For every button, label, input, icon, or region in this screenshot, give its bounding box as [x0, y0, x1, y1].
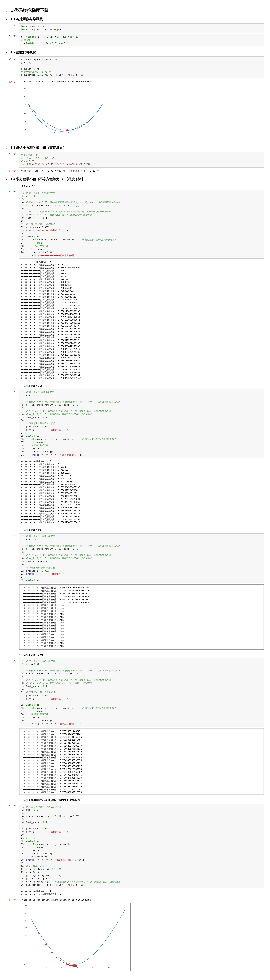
prompt-in: In [3]:: [6, 56, 19, 78]
svg-text:40: 40: [24, 87, 26, 89]
heading-1-4-2: 1.4.2 eta = 0.2: [24, 384, 42, 387]
svg-point-36: [56, 957, 58, 958]
output-text: <matplotlib.collections.PathCollection a…: [21, 80, 262, 83]
prompt-in: In [1]:: [6, 23, 19, 33]
output-text: ------------随机的x是： 8 +++++++++++++++更新之后…: [21, 460, 262, 524]
svg-text:8: 8: [81, 132, 82, 134]
prompt-out: Out[9]:: [6, 898, 19, 972]
svg-text:2: 2: [46, 967, 46, 969]
collapse-icon[interactable]: ▾: [19, 654, 22, 656]
svg-text:20: 20: [25, 920, 27, 921]
prompt-in: In [8]:: [6, 658, 19, 727]
code[interactable]: 1 # 第一个步长，也叫做学习率 2 eta = 0.01 3 4 # 正解为 …: [21, 660, 262, 725]
heading-1-4-1: 1.4.1 eta=0.1: [19, 185, 35, 188]
output-text[interactable]: +++++++++++++++更新之后的x是： 5.75556371446047…: [21, 729, 262, 795]
svg-text:4: 4: [61, 967, 62, 969]
output-text: ------------随机的x是： 6 +++++++++++++++更新之后…: [21, 261, 262, 380]
code-cell-8[interactable]: In [8]: 1 # 第一个步长，也叫做学习率 2 eta = 0.01 3 …: [6, 658, 264, 727]
svg-text:0: 0: [24, 120, 26, 122]
svg-text:25: 25: [25, 912, 27, 914]
output-cell-9b: Out[9]: <matplotlib.collections.PathColl…: [6, 898, 264, 972]
prompt-in: In [2]:: [6, 34, 19, 46]
svg-text:30: 30: [24, 95, 26, 98]
collapse-icon[interactable]: ▾: [19, 799, 22, 802]
heading-1-4-5: 1.4.5 观察eta=0.1时的梯度下降中x的变化过程: [24, 798, 80, 802]
svg-text:8: 8: [93, 967, 93, 969]
code-cell-7[interactable]: In [7]: 1 # 第一个步长，也叫做学习率 2 eta = 50 3 4 …: [6, 533, 264, 583]
svg-point-14: [66, 129, 68, 131]
output-cell-4: Out[4]: '导函数等 = 0时的 "x - 5.75 " 对应 "x = …: [6, 169, 264, 173]
output-cell-7: +++++++++++++++更新之后的x是： 2.97290257869958…: [6, 584, 264, 649]
svg-text:0: 0: [27, 132, 28, 134]
svg-text:-5: -5: [25, 956, 27, 958]
svg-text:12: 12: [124, 967, 126, 969]
svg-text:20: 20: [24, 104, 26, 106]
code-cell-1[interactable]: In [1]: import numpy as np import matplo…: [6, 23, 264, 33]
code-cell-2[interactable]: In [2]: f = lambda x : (x - 3.5) ** 2 - …: [6, 34, 264, 46]
svg-point-39: [66, 963, 67, 964]
plot-2: 024681012 -10-5051015202530: [21, 903, 131, 971]
plot-1: 0246810 -10010203040: [21, 84, 107, 141]
svg-text:2: 2: [41, 132, 42, 134]
collapse-icon[interactable]: ▾: [19, 385, 22, 387]
svg-text:6: 6: [68, 132, 69, 134]
svg-text:4: 4: [54, 132, 55, 134]
code[interactable]: f = lambda x : (x - 3.5) ** 2 - 4.5 * x …: [21, 35, 262, 45]
collapse-icon[interactable]: ▾: [6, 10, 9, 12]
svg-text:-10: -10: [23, 129, 26, 131]
svg-text:0: 0: [30, 967, 31, 969]
output-text[interactable]: +++++++++++++++更新之后的x是： 2.97290257869958…: [21, 585, 262, 649]
code[interactable]: x = np.linspace(0, 11.5, 100) y = f(x) p…: [21, 58, 262, 77]
svg-point-38: [63, 962, 64, 963]
svg-text:6: 6: [77, 967, 78, 969]
prompt-out: Out[3]:: [6, 80, 19, 142]
svg-point-37: [60, 960, 61, 961]
svg-text:10: 10: [24, 112, 26, 114]
code-cell-3[interactable]: In [3]: x = np.linspace(0, 11.5, 100) y …: [6, 56, 264, 78]
prompt-in: In [6]:: [6, 389, 19, 458]
svg-point-40: [67, 964, 69, 965]
collapse-icon[interactable]: ▾: [19, 529, 22, 531]
output-cell-8: +++++++++++++++更新之后的x是： 5.75556371446047…: [6, 728, 264, 795]
heading-1-2: 1.2 函数的可视化: [11, 50, 36, 54]
code-cell-9[interactable]: In [9]: 1 # 步长，也叫做学习率0.1比较合适 2 eta = 0.1…: [6, 804, 264, 888]
svg-text:30: 30: [25, 905, 27, 907]
collapse-icon[interactable]: ▾: [6, 147, 9, 150]
svg-point-33: [38, 932, 39, 934]
svg-point-41: [69, 964, 70, 966]
code[interactable]: import numpy as np import matplotlib.pyp…: [21, 25, 262, 31]
heading-1: 1 代码模拟梯度下降: [11, 8, 49, 13]
output-text: ------------随机的x是： 1 +++++++++++++++x梯度下…: [21, 890, 262, 896]
svg-text:0: 0: [26, 949, 27, 951]
prompt-in: In [4]:: [6, 152, 19, 167]
code-cell-4[interactable]: In [4]: # 令导函数 = 0 # 2 * (x - 3.5) - 4.5…: [6, 152, 264, 167]
svg-text:10: 10: [25, 934, 27, 936]
output-text: '导函数等 = 0时的 "x - 5.75 " 对应 "x = %s"时最小 "…: [21, 170, 262, 172]
code[interactable]: 1 # 第一个步长，也叫做学习率 2 eta = 0.1 3 4 # 正解为 x…: [21, 191, 262, 257]
svg-text:10: 10: [95, 132, 97, 134]
output-text: <matplotlib.collections.PathCollection a…: [21, 899, 262, 902]
code[interactable]: 1 # 第一个步长，也叫做学习率 2 eta = 50 3 4 # 正解为 x …: [21, 535, 262, 582]
code-cell-5[interactable]: In [5]: 1 # 第一个步长，也叫做学习率 2 eta = 0.1 3 4…: [6, 190, 264, 259]
prompt-in: In [7]:: [6, 533, 19, 583]
output-cell-3: Out[3]: <matplotlib.collections.PathColl…: [6, 80, 264, 142]
svg-point-34: [45, 944, 47, 945]
collapse-icon[interactable]: ▾: [6, 51, 9, 54]
heading-1-4-4: 1.4.4 eta = 0.01: [24, 653, 43, 656]
code[interactable]: 1 # 步长，也叫做学习率0.1比较合适 2 eta = 0.1 3 4 x =…: [21, 805, 262, 886]
prompt-out: Out[4]:: [6, 169, 19, 173]
heading-1-4: 1.4 求方程最小值（不令方程等为0）【梯度下降】: [11, 177, 85, 181]
heading-1-4-3: 1.4.3 eta = 50: [24, 528, 41, 531]
code[interactable]: 1 # 第一个步长 也叫做学习率 2 eta = 0.2 3 4 # 正解为 x…: [21, 391, 262, 457]
code[interactable]: # 令导函数 = 0 # 2 * (x - 3.5) - 4.5 = 0 # x…: [21, 153, 262, 166]
prompt-in: In [9]:: [6, 804, 19, 888]
prompt-in: In [5]:: [6, 190, 19, 259]
heading-1-1: 1.1 构建函数与导函数: [11, 17, 43, 21]
heading-1-3: 1.3 求这个方程的最小值（直接求导）: [11, 145, 66, 150]
output-cell-6: ------------随机的x是： 8 +++++++++++++++更新之后…: [6, 459, 264, 525]
svg-text:-10: -10: [24, 963, 27, 965]
collapse-icon[interactable]: ▾: [6, 18, 9, 21]
code-cell-6[interactable]: In [6]: 1 # 第一个步长 也叫做学习率 2 eta = 0.2 3 4…: [6, 389, 264, 458]
svg-point-35: [51, 952, 53, 953]
collapse-icon[interactable]: ▾: [6, 178, 9, 181]
